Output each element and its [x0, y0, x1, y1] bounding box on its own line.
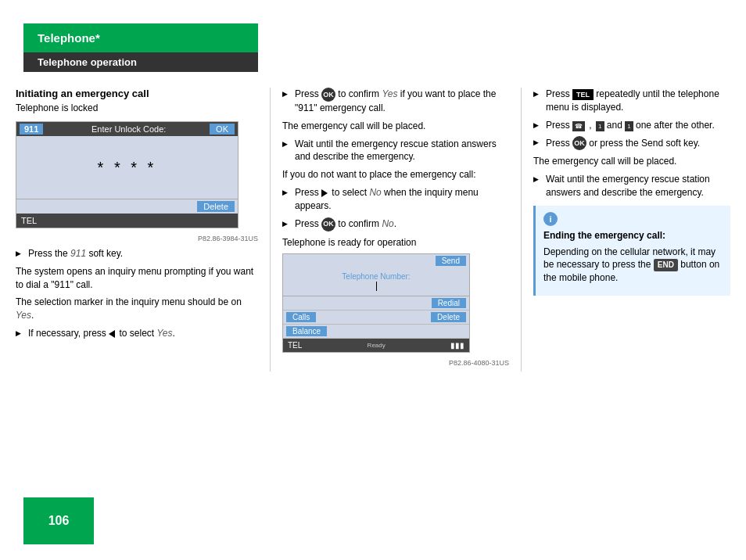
- right-step-icons-text: Press ☎ , 1 and 1 one after the other.: [546, 120, 715, 131]
- icon-1-sq: 1: [596, 121, 604, 131]
- left-bullet-list: Press the 911 soft key.: [16, 247, 258, 260]
- yes-italic: Yes: [157, 328, 173, 339]
- right-bullet-list-2: Wait until the emergency rescue station …: [533, 173, 730, 199]
- no-italic: No: [369, 187, 381, 198]
- mid-bullet-list: Press OK to confirm Yes if you want to p…: [282, 88, 509, 115]
- phone-caption-2: P82.86-4080-31US: [282, 359, 509, 367]
- phone-topbar: 911 Enter Unlock Code: OK: [16, 122, 238, 136]
- mid-wait-step: Wait until the emergency rescue station …: [282, 138, 509, 164]
- p2-calls-btn: Calls: [286, 312, 316, 322]
- mid-confirm-text: Press OK to confirm Yes if you want to p…: [295, 88, 496, 113]
- header-green-bar: Telephone*: [23, 23, 258, 52]
- p2-redial-btn: Redial: [432, 298, 466, 308]
- info-title: Ending the emergency call:: [543, 229, 723, 242]
- comma-space: ,: [589, 120, 591, 131]
- ok-badge-1: OK: [321, 88, 335, 102]
- p2-row-balance: Balance: [283, 325, 469, 339]
- icon-2-sq: 1: [625, 121, 633, 131]
- ok-badge-2: OK: [321, 217, 335, 232]
- mid-no-want: If you do not want to place the emergenc…: [282, 168, 509, 181]
- p2-balance-btn: Balance: [286, 326, 327, 336]
- p2-row-calls: Calls Delete: [283, 311, 469, 325]
- right-step-icons: Press ☎ , 1 and 1 one after the other.: [533, 119, 730, 132]
- right-step-tel: Press TEL repeatedly until the telephone…: [533, 88, 730, 114]
- p2-number-label: Telephone Number:: [291, 272, 461, 281]
- left-step-sub-text: If necessary, press to select Yes.: [28, 328, 175, 339]
- p2-send-btn: Send: [436, 256, 466, 266]
- phone-ok-label: OK: [210, 124, 235, 135]
- p2-row-redial: Redial: [283, 296, 469, 311]
- mid-no-step-1-text: Press to select No when the inquiry menu…: [295, 187, 479, 211]
- p2-number-area: Telephone Number:: [283, 267, 469, 296]
- mid-no-step-2-text: Press OK to confirm No.: [295, 218, 396, 229]
- yes-text: Yes: [16, 310, 31, 321]
- left-bullet-list-2: If necessary, press to select Yes.: [16, 327, 258, 340]
- phone-mockup-locked: 911 Enter Unlock Code: OK * * * * Delete…: [16, 121, 239, 228]
- phone-tel-label: TEL: [21, 216, 37, 225]
- step1-911: 911: [70, 248, 86, 259]
- arrow-left-icon: [109, 330, 115, 338]
- info-icon-row: i: [543, 212, 723, 229]
- header-title: Telephone*: [38, 31, 100, 45]
- step1-detail2: The selection marker in the inquiry menu…: [16, 296, 258, 322]
- section-sub: Telephone is locked: [16, 102, 258, 113]
- p2-cursor-area: [291, 281, 461, 291]
- p2-tel-label: TEL: [288, 341, 302, 350]
- info-box: i Ending the emergency call: Depending o…: [533, 206, 730, 296]
- p2-topbar: Send: [283, 254, 469, 267]
- phone-body: * * * *: [16, 136, 238, 199]
- yes-text-2: Yes: [382, 88, 397, 99]
- header-sub-bar: Telephone operation: [23, 52, 258, 72]
- col-separator-1: [270, 88, 271, 372]
- p2-delete-btn: Delete: [431, 312, 466, 322]
- info-icon: i: [543, 212, 558, 226]
- phone-delete-bar: Delete: [16, 199, 238, 214]
- p2-bottombar: TEL Ready ▮▮▮: [283, 339, 469, 352]
- phone-911-label: 911: [20, 124, 43, 135]
- mid-wait-text: Wait until the emergency rescue station …: [295, 138, 497, 163]
- header-subtitle: Telephone operation: [38, 56, 137, 68]
- phone-stars: * * * *: [98, 159, 157, 177]
- tel-badge: TEL: [572, 89, 594, 101]
- mid-bullet-list-2: Wait until the emergency rescue station …: [282, 138, 509, 164]
- p2-ready-label: Ready: [368, 342, 386, 349]
- mid-no-list: Press to select No when the inquiry menu…: [282, 186, 509, 232]
- section-title: Initiating an emergency call: [16, 88, 258, 99]
- right-step-tel-text: Press TEL repeatedly until the telephone…: [546, 88, 719, 113]
- end-badge: END: [654, 259, 678, 271]
- left-step-1-text: Press the 911 soft key.: [28, 248, 123, 259]
- mid-column: Press OK to confirm Yes if you want to p…: [282, 88, 509, 372]
- mid-step-confirm: Press OK to confirm Yes if you want to p…: [282, 88, 509, 115]
- right-step-ok: Press OK or press the Send soft key.: [533, 136, 730, 150]
- page-number: 106: [23, 497, 94, 544]
- phone-bottom-bar: TEL: [16, 214, 238, 228]
- p2-cursor: [376, 282, 377, 291]
- phone-caption-1: P82.86-3984-31US: [16, 235, 258, 242]
- mid-ready: Telephone is ready for operation: [282, 236, 509, 249]
- info-body: Depending on the cellular network, it ma…: [543, 246, 723, 285]
- left-step-1: Press the 911 soft key.: [16, 247, 258, 260]
- no-italic-2: No: [382, 218, 393, 229]
- ok-badge-3: OK: [572, 136, 586, 150]
- phone-delete-btn: Delete: [197, 201, 235, 212]
- left-step-sub: If necessary, press to select Yes.: [16, 327, 258, 340]
- phone-enter-label: Enter Unlock Code:: [48, 124, 210, 134]
- right-step-ok-text: Press OK or press the Send soft key.: [546, 138, 700, 149]
- arrow-right-icon: [321, 189, 328, 197]
- icon-phone-sq: ☎: [572, 121, 585, 131]
- right-wait-step: Wait until the emergency rescue station …: [533, 173, 730, 199]
- phone-mockup-ready: Send Telephone Number: Redial Calls Dele…: [282, 253, 470, 353]
- col-separator-2: [521, 88, 522, 372]
- p2-signal-icon: ▮▮▮: [450, 341, 464, 350]
- right-column: Press TEL repeatedly until the telephone…: [533, 88, 730, 372]
- right-bullet-list: Press TEL repeatedly until the telephone…: [533, 88, 730, 150]
- left-column: Initiating an emergency call Telephone i…: [16, 88, 258, 372]
- right-placed: The emergency call will be placed.: [533, 155, 730, 168]
- step1-detail: The system opens an inquiry menu prompti…: [16, 265, 258, 292]
- mid-no-step-1: Press to select No when the inquiry menu…: [282, 186, 509, 213]
- mid-no-step-2: Press OK to confirm No.: [282, 217, 509, 232]
- mid-placed: The emergency call will be placed.: [282, 120, 509, 133]
